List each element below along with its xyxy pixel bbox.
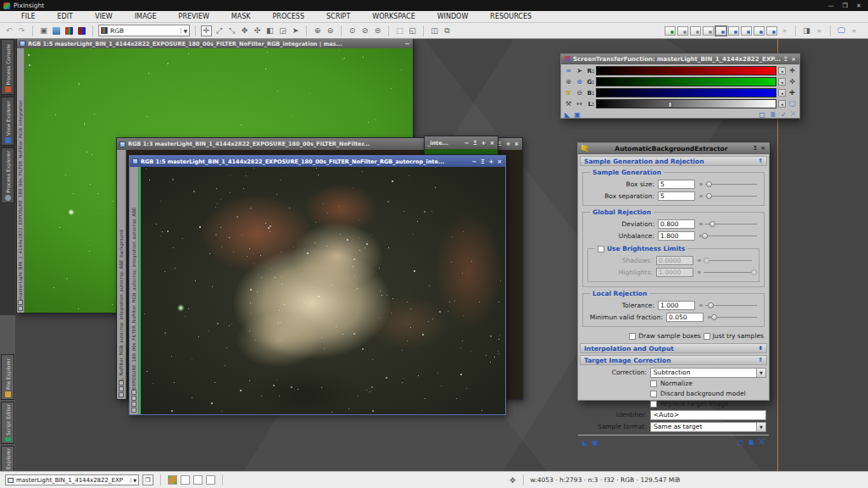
zoom-in-stf-icon[interactable]: ⊕: [564, 77, 573, 86]
zoom-to-fit-icon[interactable]: ⤢: [214, 25, 225, 36]
menu-window[interactable]: WINDOW: [426, 13, 480, 20]
readout-mode-icon[interactable]: ↔: [575, 99, 584, 108]
center-image-icon[interactable]: ✣: [252, 25, 263, 36]
box-separation-input[interactable]: 5: [658, 191, 695, 201]
menu-process[interactable]: PROCESS: [262, 13, 315, 20]
window-shade-button[interactable]: −: [464, 140, 470, 147]
track-view-icon[interactable]: □: [759, 111, 765, 119]
box-separation-slider[interactable]: [698, 191, 759, 201]
unbalance-slider[interactable]: [698, 231, 759, 241]
cascade-windows-icon[interactable]: ⧉: [442, 25, 453, 36]
sidebar-item-file-explorer[interactable]: File Explorer: [1, 354, 14, 400]
edit-stf-icon[interactable]: ➤: [575, 66, 584, 75]
toolbar-overflow-icon[interactable]: »: [779, 25, 790, 36]
correction-select[interactable]: Subtraction ▼: [650, 368, 766, 378]
collapse-up-icon[interactable]: ⇑: [758, 158, 763, 164]
sidebar-item-view-explorer[interactable]: View Explorer: [1, 97, 14, 146]
deviation-input[interactable]: 0.800: [658, 219, 695, 229]
app-maximize-button[interactable]: ❐: [843, 3, 848, 9]
side-panel-icon[interactable]: ◨: [801, 25, 812, 36]
draw-sample-boxes-checkbox[interactable]: [629, 333, 636, 340]
min-valid-fraction-slider[interactable]: [707, 313, 759, 322]
strip-icon[interactable]: [18, 300, 23, 305]
process-icon-save[interactable]: [754, 26, 765, 36]
integration-window-titlebar[interactable]: RGB 1:5 masterLight_BIN_1_4144x2822_EXPO…: [17, 39, 413, 48]
strip-icon[interactable]: [131, 402, 136, 407]
window-shade-button[interactable]: −: [471, 158, 477, 165]
section-interpolation-output[interactable]: Interpolation and Output ⇟: [580, 343, 767, 353]
stf-luminance-channel-bar[interactable]: [596, 99, 776, 108]
zoom-11-stf-icon[interactable]: ⊕: [575, 77, 584, 86]
strip-icon[interactable]: [131, 396, 136, 401]
strip-icon[interactable]: [131, 408, 136, 413]
shadows-input[interactable]: 0.0000: [656, 256, 693, 265]
luminance-reset-icon[interactable]: ◂: [778, 100, 786, 108]
browse-doc-icon[interactable]: 🗎: [748, 439, 755, 446]
edit-preview-icon[interactable]: ◲: [277, 25, 288, 36]
discard-background-model-checkbox[interactable]: [650, 391, 657, 397]
stf-titlebar[interactable]: ScreenTransferFunction: masterLight_BIN_…: [561, 54, 799, 64]
image-window-shaded[interactable]: _inte... − Ξ + ×: [424, 136, 498, 155]
menu-resources[interactable]: RESOURCES: [479, 13, 542, 20]
strip-icon[interactable]: [18, 306, 23, 311]
menu-preview[interactable]: PREVIEW: [168, 13, 220, 20]
new-instance-triangle-icon[interactable]: ◣: [582, 439, 587, 446]
expand-down-icon[interactable]: ⇟: [758, 345, 763, 352]
new-image-icon[interactable]: ▣: [38, 25, 49, 36]
white-point-target-icon[interactable]: ✚: [787, 88, 797, 97]
process-icon-edit[interactable]: [677, 26, 688, 36]
split-channels-icon[interactable]: [76, 25, 87, 36]
black-point-target-icon[interactable]: ✛: [787, 66, 797, 75]
min-valid-fraction-input[interactable]: 0.050: [666, 313, 704, 322]
menu-mask[interactable]: MASK: [220, 13, 262, 20]
reset-arrows-icon[interactable]: ⤫: [791, 110, 796, 119]
window-iconify-button[interactable]: Ξ: [480, 158, 486, 165]
stf-dialog[interactable]: ScreenTransferFunction: masterLight_BIN_…: [560, 53, 800, 119]
workspace-thumbnail-3[interactable]: [193, 475, 203, 485]
zoom-out-stf-icon[interactable]: ⊖: [575, 88, 584, 97]
zoom-in-icon[interactable]: ⊕: [312, 25, 323, 36]
red-reset-icon[interactable]: ◂: [778, 67, 786, 75]
screen-monitor-icon[interactable]: 🖵: [787, 99, 797, 108]
radiation-boost-icon[interactable]: ☢: [564, 88, 573, 97]
process-icon-add[interactable]: [728, 26, 739, 36]
green-reset-icon[interactable]: ◂: [778, 78, 786, 86]
link-rgb-icon[interactable]: ∞: [564, 66, 573, 75]
menu-view[interactable]: VIEW: [84, 13, 124, 20]
stf-red-channel-bar[interactable]: [596, 66, 776, 75]
stf-midtone-handle[interactable]: [668, 102, 672, 108]
menu-script[interactable]: SCRIPT: [315, 13, 361, 20]
zoom-fill-icon[interactable]: ⊜: [372, 25, 383, 36]
sidebar-item-script-editor[interactable]: Script Editor: [1, 402, 14, 444]
apply-icon[interactable]: ▣: [592, 439, 598, 446]
stf-overflow-icon[interactable]: »: [849, 25, 860, 36]
process-icon-remove[interactable]: [741, 26, 752, 36]
undo-icon[interactable]: ↶: [3, 25, 14, 36]
section-sample-generation-rejection[interactable]: Sample Generation and Rejection ⇑: [580, 156, 767, 166]
autocrop-image-view[interactable]: [141, 167, 505, 414]
dialog-close-button[interactable]: ×: [791, 56, 796, 63]
collapse-up-icon[interactable]: ⇑: [758, 357, 763, 363]
use-brightness-limits-checkbox[interactable]: [598, 246, 604, 252]
dialog-iconify-button[interactable]: Ξ: [754, 145, 757, 152]
wrench-icon[interactable]: ⚒: [564, 99, 573, 108]
zoom-fit-view-icon[interactable]: ⊘: [359, 25, 370, 36]
shaded-window-titlebar[interactable]: _inte... − Ξ + ×: [425, 136, 498, 149]
new-instance-triangle-icon[interactable]: ◣: [565, 111, 570, 119]
process-icon-browse[interactable]: [690, 26, 701, 36]
duplicate-window-icon[interactable]: [51, 25, 62, 36]
stf-blue-channel-bar[interactable]: [596, 88, 776, 97]
highlights-slider[interactable]: [697, 268, 754, 277]
abe-titlebar[interactable]: AutomaticBackgroundExtractor Ξ ×: [578, 143, 769, 154]
app-close-button[interactable]: ✕: [856, 3, 861, 9]
rgb-channels-icon[interactable]: [64, 25, 75, 36]
strip-icon[interactable]: [131, 390, 136, 395]
process-icon-history[interactable]: [703, 26, 714, 36]
apply-icon[interactable]: ▣: [574, 111, 581, 119]
menu-workspace[interactable]: WORKSPACE: [361, 13, 426, 20]
strip-icon[interactable]: [119, 392, 124, 397]
image-window-autocrop[interactable]: RGB 1:5 masterLight_BIN_1_4144x2822_EXPO…: [129, 155, 506, 415]
window-close-button[interactable]: ×: [489, 140, 495, 147]
midtone-target-icon[interactable]: ✜: [787, 77, 797, 86]
menu-file[interactable]: FILE: [10, 13, 46, 20]
